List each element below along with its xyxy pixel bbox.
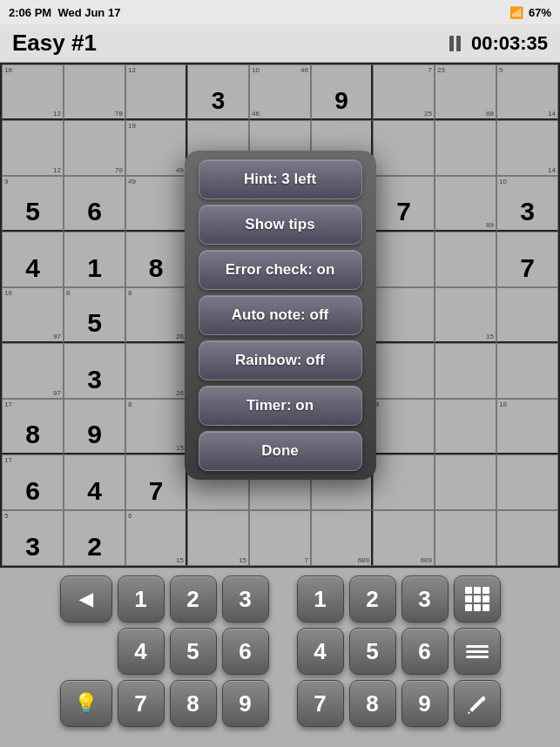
back-button[interactable]: ◀ — [60, 575, 112, 622]
show-tips-button[interactable]: Show tips — [199, 205, 362, 245]
game-title: Easy #1 — [12, 30, 97, 57]
grid-area: 1812 78 12 3 104646 9 725 2368 514 12 78… — [0, 63, 560, 568]
key-7a[interactable]: 7 — [118, 680, 165, 727]
pause-button[interactable] — [447, 35, 464, 52]
error-check-button[interactable]: Error check: on — [199, 250, 362, 290]
key-8a[interactable]: 8 — [170, 680, 217, 727]
rainbow-button[interactable]: Rainbow: off — [199, 340, 362, 380]
key-1a[interactable]: 1 — [118, 575, 165, 622]
key-4b[interactable]: 4 — [297, 628, 344, 675]
key-3b[interactable]: 3 — [401, 575, 449, 622]
key-7b[interactable]: 7 — [297, 680, 344, 727]
key-6a[interactable]: 6 — [222, 628, 269, 675]
menu-panel: Hint: 3 left Show tips Error check: on A… — [185, 151, 376, 480]
key-2a[interactable]: 2 — [170, 575, 217, 622]
pencil-icon — [466, 692, 489, 715]
hint-button[interactable]: Hint: 3 left — [199, 159, 362, 199]
keyboard-area: ◀ 1 2 3 1 2 3 ◀ 4 5 6 4 5 6 — [0, 568, 560, 747]
key-3a[interactable]: 3 — [222, 575, 269, 622]
key-8b[interactable]: 8 — [349, 680, 396, 727]
status-right: 📶 67% — [509, 6, 551, 19]
keyboard-row-1: ◀ 1 2 3 1 2 3 — [7, 575, 553, 622]
header: Easy #1 00:03:35 — [0, 24, 560, 63]
timer-button[interactable]: Timer: on — [199, 386, 362, 426]
notes-button[interactable] — [454, 628, 501, 675]
wifi-icon: 📶 — [509, 6, 523, 19]
status-bar: 2:06 PM Wed Jun 17 📶 67% — [0, 0, 560, 24]
notes-icon — [466, 645, 489, 658]
keyboard-row-3: 💡 7 8 9 7 8 9 — [7, 680, 553, 727]
timer-display: 00:03:35 — [447, 32, 548, 55]
key-9a[interactable]: 9 — [222, 680, 269, 727]
calculator-button[interactable] — [454, 575, 501, 622]
status-time: 2:06 PM Wed Jun 17 — [9, 6, 120, 19]
menu-overlay: Hint: 3 left Show tips Error check: on A… — [0, 63, 560, 568]
pencil-button[interactable] — [454, 680, 501, 727]
key-5a[interactable]: 5 — [170, 628, 217, 675]
key-5b[interactable]: 5 — [349, 628, 396, 675]
timer-value: 00:03:35 — [471, 32, 548, 55]
hint-light-button[interactable]: 💡 — [60, 680, 112, 727]
key-9b[interactable]: 9 — [401, 680, 449, 727]
auto-note-button[interactable]: Auto note: off — [199, 295, 362, 335]
key-4a[interactable]: 4 — [118, 628, 165, 675]
calculator-icon — [465, 587, 489, 611]
battery-text: 67% — [529, 6, 551, 19]
key-2b[interactable]: 2 — [349, 575, 396, 622]
keyboard-row-2: ◀ 4 5 6 4 5 6 — [7, 628, 553, 675]
key-6b[interactable]: 6 — [401, 628, 449, 675]
done-button[interactable]: Done — [199, 431, 362, 471]
key-1b[interactable]: 1 — [297, 575, 344, 622]
